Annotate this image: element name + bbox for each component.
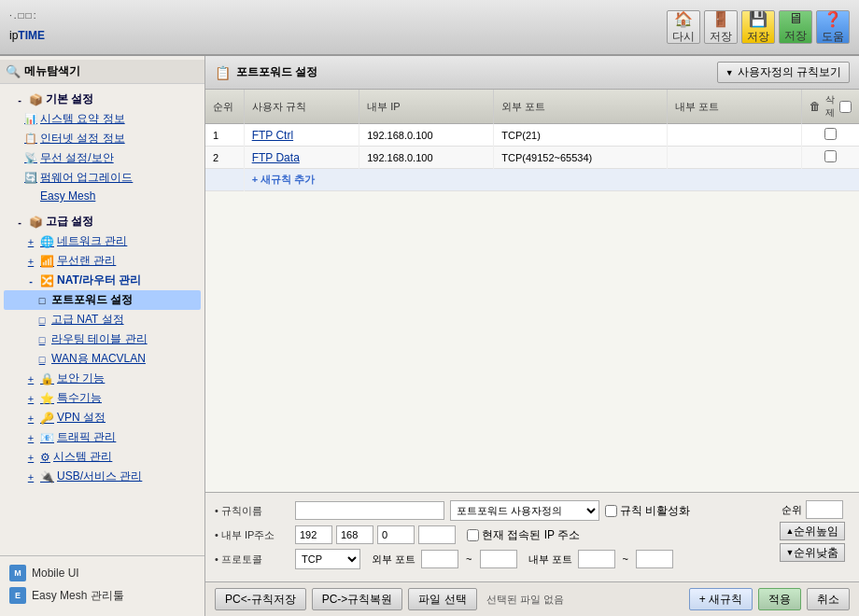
ext-port-from-input[interactable] [421, 550, 458, 568]
ip-part4-input[interactable] [418, 525, 456, 544]
sidebar-mobile-ui[interactable]: M Mobile UI [6, 562, 199, 584]
sidebar-item-special[interactable]: + ⭐ 특수기능 [4, 388, 201, 408]
ext-port-to-input[interactable] [480, 550, 517, 568]
wireless-icon: 📡 [24, 152, 37, 164]
rule-name-input[interactable] [295, 501, 444, 520]
vpn-label: VPN 설정 [57, 410, 106, 426]
order-down-button[interactable]: 순위낮춤 [780, 543, 845, 562]
save2-button[interactable]: 💾 저장 [741, 10, 775, 44]
delete-checkbox-1[interactable] [824, 128, 837, 140]
bottom-actions: PC<-규칙저장 PC->규칙복원 파일 선택 선택된 파일 없음 + 새규칙 … [205, 581, 859, 616]
ip-group [295, 525, 456, 544]
content-title-text: 포트포워드 설정 [236, 64, 317, 80]
apply-button[interactable]: 적용 [758, 588, 801, 610]
current-ip-label: 현재 접속된 IP 주소 [467, 527, 580, 543]
order-input[interactable] [806, 500, 843, 519]
ip-part1-input[interactable] [295, 525, 332, 544]
logo-ip: ip [9, 29, 18, 42]
sidebar-item-traffic[interactable]: + 📧 트래픽 관리 [4, 427, 201, 447]
sidebar-search-label: 메뉴탐색기 [24, 63, 80, 79]
current-ip-checkbox[interactable] [467, 529, 479, 541]
delete-icon: 🗑 [810, 100, 821, 113]
table-row: 1 FTP Ctrl 192.168.0.100 TCP(21) [205, 124, 859, 147]
int-port-from-input[interactable] [578, 550, 615, 568]
rule-link-1[interactable]: FTP Ctrl [252, 129, 293, 142]
ip-part2-input[interactable] [336, 525, 373, 544]
firmware-label: 펌웨어 업그레이드 [40, 170, 133, 186]
col-internal-ip: 내부 IP [359, 90, 494, 124]
ip-part3-input[interactable] [377, 525, 415, 544]
sidebar-item-wireless[interactable]: 📡 무선 설정/보안 [4, 148, 201, 168]
add-rule-row[interactable]: 새규칙 추가 [205, 169, 859, 191]
plus-vpn-icon: + [24, 413, 37, 424]
sidebar-item-internet-settings[interactable]: 📋 인터넷 설정 정보 [4, 129, 201, 148]
rule-link-2[interactable]: FTP Data [252, 151, 300, 164]
portforward-table: 순위 사용자 규칙 내부 IP 외부 포트 내부 포트 🗑삭제 [205, 90, 859, 191]
sidebar-easy-mesh-tool[interactable]: E Easy Mesh 관리툴 [6, 584, 199, 607]
mobile-ui-icon: M [9, 565, 26, 581]
pc-save-button[interactable]: PC<-규칙저장 [215, 588, 306, 610]
wireless-label: 무선 설정/보안 [40, 150, 114, 166]
sidebar-item-system-summary[interactable]: 📊 시스템 요약 정보 [4, 109, 201, 129]
sidebar-item-wan-macvlan[interactable]: □ WAN용 MACVLAN [4, 349, 201, 369]
cancel-button[interactable]: 취소 [807, 588, 850, 610]
cell-ip-1: 192.168.0.100 [359, 124, 494, 147]
cell-int-port-2 [667, 147, 801, 169]
delete-all-checkbox[interactable] [839, 101, 852, 113]
sidebar-item-security[interactable]: + 🔒 보안 기능 [4, 369, 201, 388]
content-title-icon: 📋 [215, 65, 231, 80]
sidebar-item-system-mgmt[interactable]: + ⚙ 시스템 관리 [4, 447, 201, 467]
apply-label: 적용 [768, 593, 791, 606]
doc-icon: 📋 [24, 133, 37, 145]
sidebar-item-basic-settings[interactable]: - 📦 기본 설정 [4, 90, 201, 109]
internal-port-label: 내부 포트 [528, 553, 572, 567]
sidebar-item-network-mgmt[interactable]: + 🌐 네트워크 관리 [4, 231, 201, 251]
sidebar-item-routing-table[interactable]: □ 라우팅 테이블 관리 [4, 329, 201, 349]
add-rule-plus [205, 169, 244, 191]
help-button[interactable]: ❓ 도움 [816, 10, 850, 44]
advanced-nat-label: 고급 NAT 설정 [51, 312, 124, 328]
rule-name-label: 규칙이름 [215, 504, 289, 518]
sidebar-item-advanced-nat[interactable]: □ 고급 NAT 설정 [4, 310, 201, 329]
save3-button[interactable]: 🖥 저장 [779, 10, 812, 44]
save-label: 저장 [710, 29, 732, 45]
sidebar-item-firmware[interactable]: 🔄 펌웨어 업그레이드 [4, 168, 201, 188]
network-mgmt-label: 네트워크 관리 [57, 233, 127, 249]
user-rules-button[interactable]: 사용자정의 규칙보기 [717, 62, 850, 83]
sidebar-search: 🔍 메뉴탐색기 [0, 60, 204, 84]
cell-rule-2: FTP Data [244, 147, 359, 169]
new-rule-button[interactable]: + 새규칙 [689, 588, 753, 610]
bottom-form: 규칙이름 포트포워드 사용자정의 규칙 비활성화 내부 IP주소 [205, 492, 859, 581]
sidebar-item-nat-router[interactable]: - 🔀 NAT/라우터 관리 [4, 271, 201, 290]
sidebar-item-wireless-mgmt[interactable]: + 📶 무선랜 관리 [4, 251, 201, 271]
sidebar-item-advanced-settings[interactable]: - 📦 고급 설정 [4, 212, 201, 231]
cell-delete-2 [801, 147, 859, 169]
pc-restore-button[interactable]: PC->규칙복원 [312, 588, 403, 610]
sidebar-item-usb-service[interactable]: + 🔌 USB/서비스 관리 [4, 467, 201, 486]
order-up-button[interactable]: 순위높임 [780, 522, 845, 540]
plus-special-icon: + [24, 393, 37, 404]
disk-icon: 💾 [749, 10, 767, 28]
protocol-select[interactable]: TCP UDP [295, 549, 360, 569]
form-row-protocol: 프로토콜 TCP UDP 외부 포트 ~ 내부 포트 ~ [215, 549, 766, 569]
table-row: 2 FTP Data 192.168.0.100 TCP(49152~65534… [205, 147, 859, 169]
file-select-button[interactable]: 파일 선택 [408, 588, 476, 610]
plus-traffic-icon: + [24, 432, 37, 443]
save-button[interactable]: 🚪 저장 [704, 10, 738, 44]
home-icon: 🏠 [674, 10, 693, 28]
home-button[interactable]: 🏠 다시 [667, 10, 700, 44]
int-port-to-input[interactable] [636, 550, 673, 568]
sidebar-item-portforward[interactable]: □ 포트포워드 설정 [4, 290, 201, 310]
sidebar-item-vpn[interactable]: + 🔑 VPN 설정 [4, 408, 201, 427]
disable-rule-checkbox[interactable] [605, 505, 617, 517]
rule-type-select[interactable]: 포트포워드 사용자정의 [450, 500, 599, 521]
delete-checkbox-2[interactable] [824, 150, 837, 162]
add-rule-cell[interactable]: 새규칙 추가 [244, 169, 859, 191]
table-header-row: 순위 사용자 규칙 내부 IP 외부 포트 내부 포트 🗑삭제 [205, 90, 859, 124]
plus-net-icon: + [24, 236, 37, 247]
save3-label: 저장 [784, 28, 807, 44]
order-up-label: 순위높임 [794, 524, 838, 539]
sidebar-item-easy-mesh[interactable]: Easy Mesh [4, 188, 201, 204]
system-summary-label: 시스템 요약 정보 [40, 111, 125, 127]
help-icon: ❓ [824, 10, 842, 28]
